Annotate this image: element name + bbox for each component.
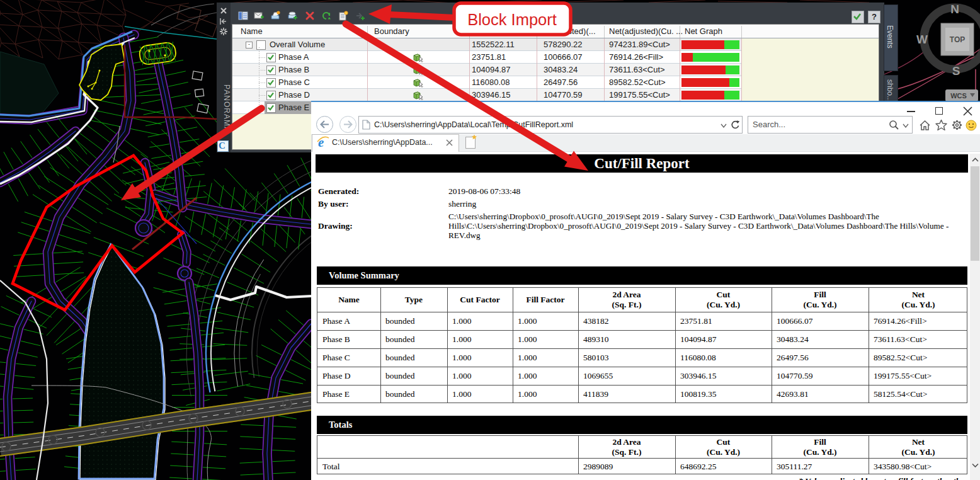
svg-text:TOP: TOP: [950, 35, 965, 44]
svg-text:N: N: [950, 3, 959, 16]
svg-text:S: S: [952, 64, 960, 77]
svg-text:W: W: [916, 33, 928, 46]
svg-text:WCS: WCS: [950, 92, 967, 100]
